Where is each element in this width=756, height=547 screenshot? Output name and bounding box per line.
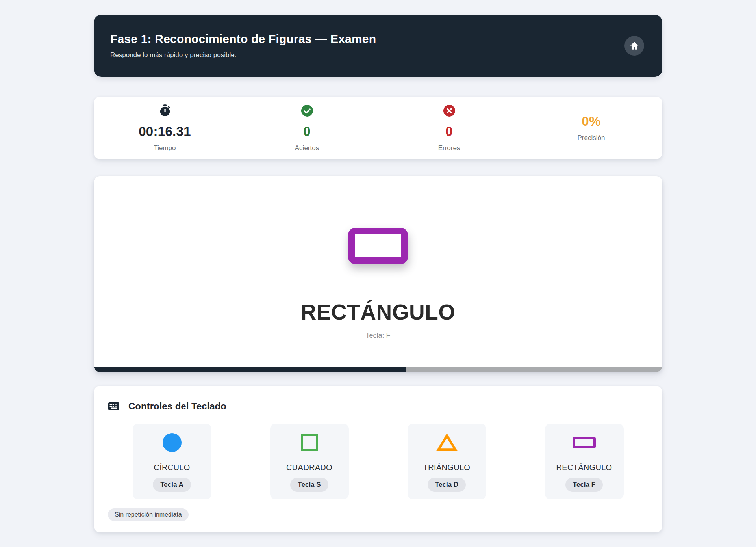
errores-label: Errores	[438, 144, 460, 152]
control-name: TRIÁNGULO	[423, 463, 470, 472]
page-subtitle: Responde lo más rápido y preciso posible…	[110, 51, 376, 59]
errores-value: 0	[445, 124, 453, 139]
note-badge: Sin repetición inmediata	[108, 508, 189, 521]
key-badge-s: Tecla S	[290, 478, 328, 492]
x-circle-icon	[443, 104, 456, 117]
page-title: Fase 1: Reconocimiento de Figuras — Exam…	[110, 32, 376, 46]
stat-aciertos: 0 Aciertos	[236, 97, 378, 159]
tiempo-value: 00:16.31	[139, 124, 191, 139]
control-name: RECTÁNGULO	[556, 463, 612, 472]
aciertos-value: 0	[303, 124, 311, 139]
rectangle-icon	[573, 437, 596, 448]
tiempo-label: Tiempo	[154, 144, 176, 152]
controls-header: Controles del Teclado	[103, 401, 653, 412]
stat-tiempo: 00:16.31 Tiempo	[94, 97, 236, 159]
triangle-icon	[436, 433, 458, 452]
key-badge-f: Tecla F	[565, 478, 603, 492]
key-badge-a: Tecla A	[153, 478, 191, 492]
stopwatch-icon	[158, 104, 172, 117]
progress-bar	[94, 367, 662, 372]
control-name: CÍRCULO	[154, 463, 190, 472]
home-button[interactable]	[624, 36, 644, 56]
controls-title: Controles del Teclado	[128, 401, 226, 412]
rectangle-shape	[348, 228, 408, 264]
header-text: Fase 1: Reconocimiento de Figuras — Exam…	[110, 32, 376, 59]
aciertos-label: Aciertos	[295, 144, 319, 152]
challenge-shape-name: RECTÁNGULO	[300, 300, 455, 325]
stats-card: 00:16.31 Tiempo 0 Aciertos 0 Errores 0% …	[94, 97, 662, 159]
challenge-card: RECTÁNGULO Tecla: F	[94, 176, 662, 372]
controls-grid: CÍRCULO Tecla A CUADRADO Tecla S TRIÁNGU…	[103, 424, 653, 499]
control-card-triangulo[interactable]: TRIÁNGULO Tecla D	[408, 424, 486, 499]
progress-fill	[94, 367, 406, 372]
key-badge-d: Tecla D	[428, 478, 466, 492]
home-icon	[629, 41, 639, 51]
stat-precision: 0% Precisión	[520, 97, 662, 159]
square-icon	[301, 434, 318, 451]
page: Fase 1: Reconocimiento de Figuras — Exam…	[94, 0, 662, 532]
precision-label: Precisión	[578, 134, 605, 142]
precision-value: 0%	[582, 114, 600, 129]
control-card-circulo[interactable]: CÍRCULO Tecla A	[133, 424, 211, 499]
control-name: CUADRADO	[286, 463, 332, 472]
stat-errores: 0 Errores	[378, 97, 520, 159]
challenge-key-hint: Tecla: F	[365, 331, 390, 340]
control-card-rectangulo[interactable]: RECTÁNGULO Tecla F	[545, 424, 624, 499]
control-card-cuadrado[interactable]: CUADRADO Tecla S	[270, 424, 349, 499]
circle-icon	[163, 433, 182, 452]
controls-card: Controles del Teclado CÍRCULO Tecla A CU…	[94, 386, 662, 532]
check-circle-icon	[300, 104, 314, 117]
keyboard-icon	[108, 402, 120, 411]
header-card: Fase 1: Reconocimiento de Figuras — Exam…	[94, 15, 662, 77]
